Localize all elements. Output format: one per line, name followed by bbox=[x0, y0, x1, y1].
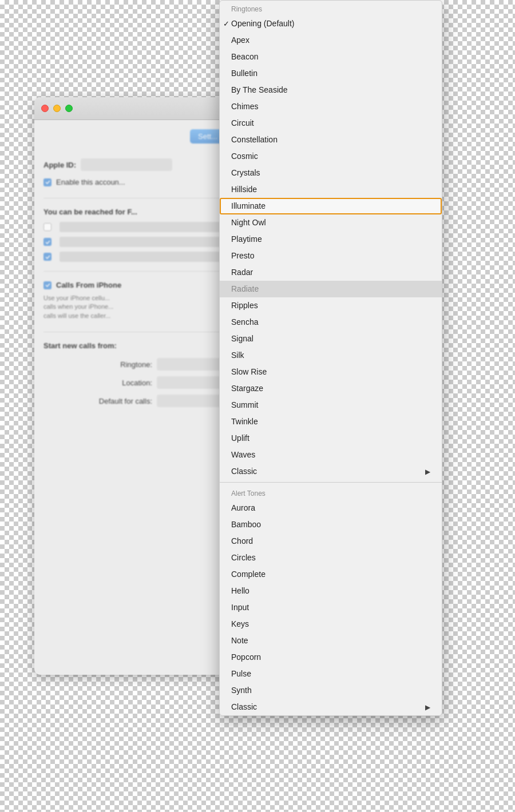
calls-section: Calls From iPhone Use your iPhone cellu.… bbox=[43, 281, 225, 320]
alert-tone-item-label: Popcorn bbox=[231, 651, 261, 663]
alert-tone-item-label: Chord bbox=[231, 535, 253, 547]
alert-tone-item[interactable]: Bamboo bbox=[220, 516, 442, 533]
default-calls-label: Default for calls: bbox=[99, 397, 152, 405]
reach-checkbox-3[interactable] bbox=[43, 253, 52, 261]
alert-tone-item-label: Note bbox=[231, 635, 248, 647]
ringtone-item-label: Uplift bbox=[231, 432, 249, 444]
alert-tone-item[interactable]: Keys bbox=[220, 616, 442, 632]
ringtone-item-label: Night Owl bbox=[231, 217, 266, 229]
ringtone-item-label: Cosmic bbox=[231, 150, 258, 162]
alert-tone-item[interactable]: Aurora bbox=[220, 500, 442, 516]
ringtone-item[interactable]: By The Seaside bbox=[220, 82, 442, 98]
ringtone-value[interactable] bbox=[157, 358, 225, 371]
reach-label: You can be reached for F... bbox=[43, 208, 225, 216]
ringtone-item-label: Constellation bbox=[231, 134, 278, 146]
ringtone-item[interactable]: Signal bbox=[220, 331, 442, 347]
reach-value-2 bbox=[60, 237, 225, 247]
alert-tone-item[interactable]: Popcorn bbox=[220, 649, 442, 666]
ringtone-item[interactable]: Waves bbox=[220, 447, 442, 463]
calls-from-iphone-checkbox[interactable] bbox=[43, 281, 52, 289]
ringtone-item[interactable]: Summit bbox=[220, 397, 442, 413]
ringtone-item-label: Presto bbox=[231, 250, 254, 262]
reach-checkbox-1[interactable] bbox=[43, 223, 52, 231]
location-value[interactable] bbox=[157, 376, 225, 389]
reach-checkbox-2[interactable] bbox=[43, 238, 52, 246]
ringtone-item-label: Ripples bbox=[231, 300, 258, 312]
ringtone-item[interactable]: Presto bbox=[220, 248, 442, 264]
alert-tone-item[interactable]: Note bbox=[220, 632, 442, 649]
ringtone-item[interactable]: Circuit bbox=[220, 115, 442, 132]
alert-tone-item-label: Circles bbox=[231, 552, 256, 564]
default-calls-value[interactable] bbox=[157, 395, 225, 407]
ringtone-item[interactable]: Opening (Default) bbox=[220, 15, 442, 32]
alert-tone-item-label: Bamboo bbox=[231, 519, 261, 531]
enable-account-label: Enable this accoun... bbox=[56, 178, 125, 186]
alert-tone-item[interactable]: Input bbox=[220, 599, 442, 616]
titlebar bbox=[34, 97, 235, 120]
close-button[interactable] bbox=[41, 105, 49, 112]
enable-account-checkbox[interactable] bbox=[43, 178, 52, 186]
ringtone-item[interactable]: Illuminate bbox=[220, 198, 442, 214]
ringtone-item[interactable]: Cosmic bbox=[220, 148, 442, 165]
alert-tone-item-label: Complete bbox=[231, 568, 266, 580]
ringtone-item-label: Crystals bbox=[231, 167, 260, 179]
alert-tone-item-label: Input bbox=[231, 602, 249, 614]
ringtone-item-label: Waves bbox=[231, 449, 255, 461]
ringtone-item[interactable]: Sencha bbox=[220, 314, 442, 331]
ringtone-item[interactable]: Apex bbox=[220, 32, 442, 49]
ringtone-item[interactable]: Classic▶ bbox=[220, 463, 442, 480]
ringtone-item-label: Radar bbox=[231, 266, 253, 278]
alert-tone-item[interactable]: Pulse bbox=[220, 666, 442, 682]
ringtone-item-label: Beacon bbox=[231, 51, 258, 63]
ringtone-item[interactable]: Radiate bbox=[220, 281, 442, 297]
minimize-button[interactable] bbox=[53, 105, 61, 112]
section-divider bbox=[220, 482, 442, 483]
ringtone-item[interactable]: Crystals bbox=[220, 165, 442, 181]
ringtone-item[interactable]: Chimes bbox=[220, 98, 442, 115]
ringtone-item[interactable]: Slow Rise bbox=[220, 364, 442, 380]
alert-tone-item[interactable]: Complete bbox=[220, 566, 442, 583]
ringtone-item[interactable]: Night Owl bbox=[220, 214, 442, 231]
apple-id-input[interactable] bbox=[81, 158, 172, 171]
alert-tone-item[interactable]: Synth bbox=[220, 682, 442, 699]
alert-tone-item[interactable]: Chord bbox=[220, 533, 442, 550]
ringtone-item[interactable]: Stargaze bbox=[220, 380, 442, 397]
alert-tone-item[interactable]: Circles bbox=[220, 550, 442, 566]
reach-item-2 bbox=[43, 237, 225, 247]
alert-tones-list: AuroraBambooChordCirclesCompleteHelloInp… bbox=[220, 500, 442, 715]
ringtones-list: Opening (Default)ApexBeaconBulletinBy Th… bbox=[220, 15, 442, 480]
ringtone-item[interactable]: Silk bbox=[220, 347, 442, 364]
ringtone-item[interactable]: Uplift bbox=[220, 430, 442, 447]
background-window: Sett... Apple ID: Enable this accoun... … bbox=[34, 97, 235, 675]
ringtone-item[interactable]: Playtime bbox=[220, 231, 442, 248]
location-label: Location: bbox=[122, 379, 152, 387]
ringtone-item-label: Twinkle bbox=[231, 416, 258, 428]
window-content: Sett... Apple ID: Enable this accoun... … bbox=[34, 120, 235, 422]
calls-from-iphone-row: Calls From iPhone bbox=[43, 281, 225, 289]
ringtone-item[interactable]: Beacon bbox=[220, 49, 442, 65]
default-calls-row: Default for calls: bbox=[43, 395, 225, 407]
ringtone-item[interactable]: Constellation bbox=[220, 132, 442, 148]
divider-1 bbox=[43, 271, 225, 272]
ringtone-item[interactable]: Radar bbox=[220, 264, 442, 281]
ringtone-item-label: Stargaze bbox=[231, 383, 263, 395]
alert-tone-item-label: Synth bbox=[231, 684, 252, 696]
fullscreen-button[interactable] bbox=[65, 105, 73, 112]
alert-tone-item[interactable]: Classic▶ bbox=[220, 699, 442, 715]
ringtone-item[interactable]: Bulletin bbox=[220, 65, 442, 82]
ringtone-item[interactable]: Twinkle bbox=[220, 413, 442, 430]
ringtone-item-label: Slow Rise bbox=[231, 366, 267, 378]
ringtone-item-label: Chimes bbox=[231, 101, 258, 113]
ringtone-dropdown[interactable]: Ringtones Opening (Default)ApexBeaconBul… bbox=[219, 0, 442, 716]
alert-tone-item-label: Classic bbox=[231, 701, 257, 713]
ringtone-item[interactable]: Hillside bbox=[220, 181, 442, 198]
ringtone-item-label: Hillside bbox=[231, 184, 257, 196]
reach-section: You can be reached for F... bbox=[43, 198, 225, 262]
calls-from-iphone-label: Calls From iPhone bbox=[56, 281, 121, 289]
ringtone-item-label: Circuit bbox=[231, 117, 254, 129]
ringtone-item[interactable]: Ripples bbox=[220, 297, 442, 314]
alert-tone-item[interactable]: Hello bbox=[220, 583, 442, 599]
ringtones-header: Ringtones bbox=[220, 1, 442, 15]
alert-tone-item-label: Pulse bbox=[231, 668, 251, 680]
ringtone-item-label: Opening (Default) bbox=[231, 18, 295, 30]
